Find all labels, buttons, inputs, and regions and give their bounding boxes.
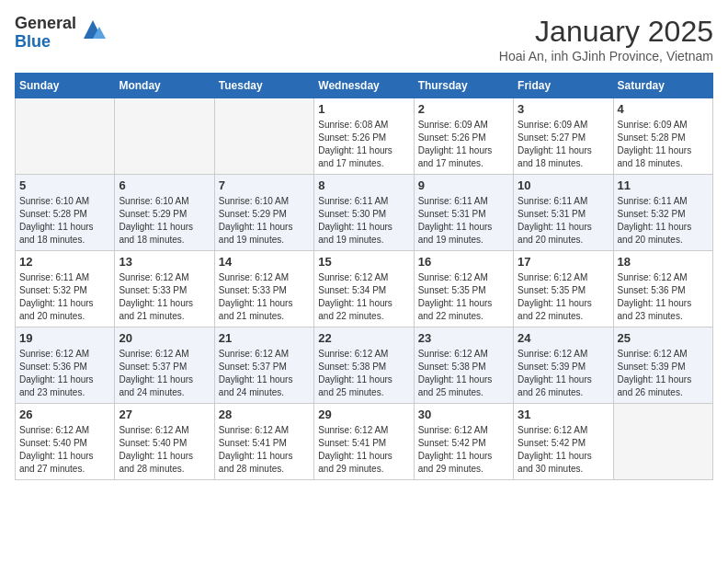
calendar-cell: 18Sunrise: 6:12 AM Sunset: 5:36 PM Dayli…: [613, 251, 712, 327]
logo-icon: [79, 16, 107, 43]
day-info: Sunrise: 6:12 AM Sunset: 5:33 PM Dayligh…: [219, 271, 310, 323]
day-info: Sunrise: 6:12 AM Sunset: 5:39 PM Dayligh…: [618, 348, 709, 399]
weekday-header-monday: Monday: [115, 74, 214, 98]
day-number: 25: [618, 331, 709, 345]
day-info: Sunrise: 6:10 AM Sunset: 5:28 PM Dayligh…: [19, 195, 110, 247]
calendar-week-row: 5Sunrise: 6:10 AM Sunset: 5:28 PM Daylig…: [16, 175, 713, 251]
day-info: Sunrise: 6:12 AM Sunset: 5:38 PM Dayligh…: [318, 348, 409, 399]
day-info: Sunrise: 6:12 AM Sunset: 5:40 PM Dayligh…: [19, 424, 110, 476]
day-info: Sunrise: 6:12 AM Sunset: 5:40 PM Dayligh…: [119, 424, 210, 476]
weekday-header-sunday: Sunday: [16, 74, 115, 98]
day-info: Sunrise: 6:12 AM Sunset: 5:33 PM Dayligh…: [119, 271, 210, 323]
day-info: Sunrise: 6:09 AM Sunset: 5:28 PM Dayligh…: [618, 119, 709, 170]
title-block: January 2025 Hoai An, inh GJinh Province…: [499, 15, 713, 63]
day-number: 28: [219, 408, 310, 421]
calendar-cell: 25Sunrise: 6:12 AM Sunset: 5:39 PM Dayli…: [613, 327, 712, 404]
calendar-cell: 22Sunrise: 6:12 AM Sunset: 5:38 PM Dayli…: [314, 327, 414, 404]
day-number: 31: [518, 408, 609, 421]
calendar-cell: 24Sunrise: 6:12 AM Sunset: 5:39 PM Dayli…: [514, 327, 613, 404]
day-number: 17: [518, 255, 609, 269]
calendar-cell: 23Sunrise: 6:12 AM Sunset: 5:38 PM Dayli…: [414, 327, 513, 404]
calendar-cell: 27Sunrise: 6:12 AM Sunset: 5:40 PM Dayli…: [115, 404, 214, 480]
day-info: Sunrise: 6:12 AM Sunset: 5:41 PM Dayligh…: [219, 424, 310, 476]
day-number: 13: [119, 255, 210, 269]
day-number: 18: [618, 255, 709, 269]
day-info: Sunrise: 6:10 AM Sunset: 5:29 PM Dayligh…: [119, 195, 210, 247]
calendar-cell: 13Sunrise: 6:12 AM Sunset: 5:33 PM Dayli…: [115, 251, 214, 327]
calendar-week-row: 19Sunrise: 6:12 AM Sunset: 5:36 PM Dayli…: [16, 327, 713, 404]
calendar-cell: [613, 404, 712, 480]
day-info: Sunrise: 6:10 AM Sunset: 5:29 PM Dayligh…: [219, 195, 310, 247]
calendar-cell: 15Sunrise: 6:12 AM Sunset: 5:34 PM Dayli…: [314, 251, 414, 327]
day-info: Sunrise: 6:12 AM Sunset: 5:35 PM Dayligh…: [518, 271, 609, 323]
day-info: Sunrise: 6:09 AM Sunset: 5:27 PM Dayligh…: [518, 119, 609, 170]
calendar-table: SundayMondayTuesdayWednesdayThursdayFrid…: [15, 73, 713, 480]
calendar-cell: 4Sunrise: 6:09 AM Sunset: 5:28 PM Daylig…: [613, 98, 712, 175]
day-number: 14: [219, 255, 310, 269]
day-number: 22: [318, 331, 409, 345]
weekday-header-wednesday: Wednesday: [314, 74, 414, 98]
calendar-cell: 8Sunrise: 6:11 AM Sunset: 5:30 PM Daylig…: [314, 175, 414, 251]
calendar-cell: [214, 98, 313, 175]
day-number: 11: [618, 178, 709, 192]
calendar-week-row: 1Sunrise: 6:08 AM Sunset: 5:26 PM Daylig…: [16, 98, 713, 175]
day-number: 19: [19, 331, 110, 345]
weekday-header-tuesday: Tuesday: [214, 74, 313, 98]
logo: General Blue: [15, 15, 107, 52]
day-info: Sunrise: 6:09 AM Sunset: 5:26 PM Dayligh…: [418, 119, 509, 170]
day-info: Sunrise: 6:12 AM Sunset: 5:41 PM Dayligh…: [318, 424, 409, 476]
calendar-cell: [115, 98, 214, 175]
calendar-cell: [16, 98, 115, 175]
calendar-cell: 28Sunrise: 6:12 AM Sunset: 5:41 PM Dayli…: [214, 404, 313, 480]
logo-text: General Blue: [15, 15, 76, 52]
location-subtitle: Hoai An, inh GJinh Province, Vietnam: [499, 49, 713, 63]
day-info: Sunrise: 6:12 AM Sunset: 5:39 PM Dayligh…: [518, 348, 609, 399]
calendar-cell: 9Sunrise: 6:11 AM Sunset: 5:31 PM Daylig…: [414, 175, 513, 251]
day-number: 27: [119, 408, 210, 421]
day-number: 8: [318, 178, 409, 192]
calendar-cell: 11Sunrise: 6:11 AM Sunset: 5:32 PM Dayli…: [613, 175, 712, 251]
day-number: 30: [418, 408, 509, 421]
calendar-cell: 14Sunrise: 6:12 AM Sunset: 5:33 PM Dayli…: [214, 251, 313, 327]
calendar-cell: 17Sunrise: 6:12 AM Sunset: 5:35 PM Dayli…: [514, 251, 613, 327]
day-number: 12: [19, 255, 110, 269]
weekday-header-row: SundayMondayTuesdayWednesdayThursdayFrid…: [16, 74, 713, 98]
calendar-cell: 3Sunrise: 6:09 AM Sunset: 5:27 PM Daylig…: [514, 98, 613, 175]
calendar-cell: 10Sunrise: 6:11 AM Sunset: 5:31 PM Dayli…: [514, 175, 613, 251]
day-number: 3: [518, 102, 609, 116]
day-number: 4: [618, 102, 709, 116]
day-info: Sunrise: 6:12 AM Sunset: 5:37 PM Dayligh…: [219, 348, 310, 399]
day-number: 15: [318, 255, 409, 269]
day-info: Sunrise: 6:11 AM Sunset: 5:30 PM Dayligh…: [318, 195, 409, 247]
weekday-header-saturday: Saturday: [613, 74, 712, 98]
day-number: 20: [119, 331, 210, 345]
day-info: Sunrise: 6:12 AM Sunset: 5:36 PM Dayligh…: [19, 348, 110, 399]
calendar-cell: 30Sunrise: 6:12 AM Sunset: 5:42 PM Dayli…: [414, 404, 513, 480]
day-number: 24: [518, 331, 609, 345]
day-number: 16: [418, 255, 509, 269]
day-number: 7: [219, 178, 310, 192]
weekday-header-friday: Friday: [514, 74, 613, 98]
calendar-cell: 21Sunrise: 6:12 AM Sunset: 5:37 PM Dayli…: [214, 327, 313, 404]
day-info: Sunrise: 6:12 AM Sunset: 5:42 PM Dayligh…: [518, 424, 609, 476]
calendar-cell: 20Sunrise: 6:12 AM Sunset: 5:37 PM Dayli…: [115, 327, 214, 404]
calendar-cell: 5Sunrise: 6:10 AM Sunset: 5:28 PM Daylig…: [16, 175, 115, 251]
day-info: Sunrise: 6:11 AM Sunset: 5:31 PM Dayligh…: [418, 195, 509, 247]
day-number: 21: [219, 331, 310, 345]
month-title: January 2025: [499, 15, 713, 49]
page-header: General Blue January 2025 Hoai An, inh G…: [15, 15, 713, 63]
day-info: Sunrise: 6:11 AM Sunset: 5:32 PM Dayligh…: [618, 195, 709, 247]
calendar-cell: 19Sunrise: 6:12 AM Sunset: 5:36 PM Dayli…: [16, 327, 115, 404]
day-number: 5: [19, 178, 110, 192]
day-number: 23: [418, 331, 509, 345]
calendar-cell: 2Sunrise: 6:09 AM Sunset: 5:26 PM Daylig…: [414, 98, 513, 175]
calendar-cell: 1Sunrise: 6:08 AM Sunset: 5:26 PM Daylig…: [314, 98, 414, 175]
calendar-cell: 31Sunrise: 6:12 AM Sunset: 5:42 PM Dayli…: [514, 404, 613, 480]
calendar-cell: 29Sunrise: 6:12 AM Sunset: 5:41 PM Dayli…: [314, 404, 414, 480]
calendar-cell: 6Sunrise: 6:10 AM Sunset: 5:29 PM Daylig…: [115, 175, 214, 251]
day-number: 26: [19, 408, 110, 421]
day-number: 9: [418, 178, 509, 192]
calendar-cell: 12Sunrise: 6:11 AM Sunset: 5:32 PM Dayli…: [16, 251, 115, 327]
day-info: Sunrise: 6:11 AM Sunset: 5:31 PM Dayligh…: [518, 195, 609, 247]
calendar-cell: 26Sunrise: 6:12 AM Sunset: 5:40 PM Dayli…: [16, 404, 115, 480]
